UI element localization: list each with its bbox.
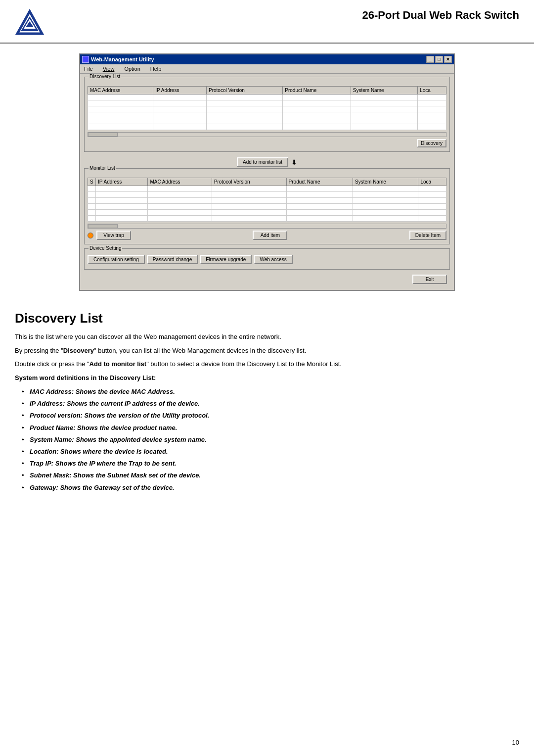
list-item: Protocol version: Shows the version of t…: [30, 411, 519, 420]
page-number: 10: [512, 739, 519, 746]
paragraph-2: By pressing the "Discovery" button, you …: [15, 346, 519, 356]
section-heading: Discovery List: [15, 311, 519, 326]
table-row: [88, 124, 446, 130]
col-loca2: Loca: [418, 178, 446, 186]
col-product: Product Name: [283, 87, 351, 94]
table-row: [88, 118, 446, 124]
paragraph-3: Double click or press the "Add to monito…: [15, 359, 519, 369]
list-item: IP Address: Shows the current IP address…: [30, 399, 519, 408]
monitor-list-label: Monitor List: [89, 165, 116, 171]
discovery-table: MAC Address IP Address Protocol Version …: [88, 86, 446, 130]
bottom-btn-row: View trap Add item Delete Item: [85, 230, 449, 242]
table-row: [88, 100, 446, 106]
window-controls: _ □ ✕: [426, 56, 452, 63]
product-title: 26-Port Dual Web Rack Switch: [362, 9, 519, 22]
header-title-area: 26-Port Dual Web Rack Switch: [54, 9, 519, 24]
close-button[interactable]: ✕: [444, 56, 452, 63]
table-row: [88, 210, 446, 216]
col-protocol: Protocol Version: [207, 87, 283, 94]
list-item: Gateway: Shows the Gateway set of the de…: [30, 483, 519, 492]
down-arrow-icon: ⬇: [291, 158, 297, 166]
table-row: [88, 192, 446, 198]
list-item: Product Name: Shows the device product n…: [30, 424, 519, 432]
discovery-table-container: MAC Address IP Address Protocol Version …: [88, 86, 446, 130]
device-setting-row: Configuration setting Password change Fi…: [85, 253, 449, 266]
table-row: [88, 204, 446, 210]
discovery-button[interactable]: Discovery: [417, 139, 446, 147]
monitor-scrollbar-h[interactable]: [88, 224, 446, 229]
page-header: 26-Port Dual Web Rack Switch: [0, 0, 534, 44]
col-sysname2: System Name: [353, 178, 418, 186]
app-icon: [82, 56, 89, 63]
col-ip2: IP Address: [96, 178, 148, 186]
discovery-list-label: Discovery List: [89, 74, 121, 79]
table-row: [88, 198, 446, 204]
device-setting-section: Device Setting Configuration setting Pas…: [84, 248, 450, 270]
web-access-button[interactable]: Web access: [254, 255, 292, 264]
monitor-table: S IP Address MAC Address Protocol Versio…: [88, 178, 446, 222]
discovery-btn-row: Discovery: [85, 138, 449, 149]
page-container: 26-Port Dual Web Rack Switch Web-Managem…: [0, 0, 534, 756]
device-setting-label: Device Setting: [89, 245, 122, 251]
list-item: MAC Address: Shows the device MAC Addres…: [30, 387, 519, 396]
col-sysname: System Name: [351, 87, 417, 94]
menu-option[interactable]: Option: [122, 65, 142, 72]
discovery-scrollbar-h[interactable]: [88, 132, 446, 137]
scrollbar-thumb2: [88, 224, 118, 228]
list-item: System Name: Shows the appointed device …: [30, 435, 519, 444]
scrollbar-thumb: [88, 133, 118, 137]
status-indicator: [88, 233, 93, 238]
menubar: File View Option Help: [80, 64, 454, 74]
add-to-monitor-row: Add to monitor list ⬇: [84, 156, 450, 168]
firmware-upgrade-button[interactable]: Firmware upgrade: [200, 255, 252, 264]
window-titlebar: Web-Management Utility _ □ ✕: [80, 54, 454, 64]
discovery-list-section: Discovery List MAC Address IP Address Pr…: [84, 77, 450, 152]
view-trap-button[interactable]: View trap: [96, 231, 131, 240]
maximize-button[interactable]: □: [435, 56, 443, 63]
delete-item-button[interactable]: Delete Item: [409, 231, 446, 240]
table-row: [88, 112, 446, 118]
menu-view[interactable]: View: [101, 65, 117, 72]
col-ip: IP Address: [153, 87, 207, 94]
window-title: Web-Management Utility: [91, 56, 154, 62]
col-protocol2: Protocol Version: [212, 178, 286, 186]
col-mac2: MAC Address: [148, 178, 212, 186]
col-mac: MAC Address: [88, 87, 153, 94]
add-item-button[interactable]: Add item: [253, 231, 287, 240]
exit-button[interactable]: Exit: [412, 275, 447, 284]
menu-help[interactable]: Help: [148, 65, 164, 72]
list-item: Trap IP: Shows the IP where the Trap to …: [30, 459, 519, 468]
list-item: Subnet Mask: Shows the Subnet Mask set o…: [30, 471, 519, 480]
exit-row: Exit: [84, 274, 450, 287]
col-product2: Product Name: [286, 178, 353, 186]
col-loca: Loca: [418, 87, 446, 94]
password-change-button[interactable]: Password change: [147, 255, 198, 264]
paragraph-1: This is the list where you can discover …: [15, 332, 519, 342]
logo-icon: [15, 9, 44, 39]
screenshot-area: Web-Management Utility _ □ ✕ File View O…: [0, 44, 534, 301]
menu-file[interactable]: File: [82, 65, 95, 72]
minimize-button[interactable]: _: [426, 56, 434, 63]
table-row: [88, 106, 446, 112]
add-to-monitor-button[interactable]: Add to monitor list: [237, 157, 288, 167]
bullet-list: MAC Address: Shows the device MAC Addres…: [30, 387, 519, 492]
col-s: S: [88, 178, 96, 186]
main-content: Discovery List This is the list where yo…: [0, 301, 534, 512]
list-item: Location: Shows where the device is loca…: [30, 447, 519, 456]
window-frame: Web-Management Utility _ □ ✕ File View O…: [79, 53, 455, 291]
table-row: [88, 216, 446, 222]
monitor-list-section: Monitor List S IP Address MAC Address Pr…: [84, 168, 450, 244]
table-row: [88, 94, 446, 100]
monitor-table-container: S IP Address MAC Address Protocol Versio…: [88, 178, 446, 222]
system-word-intro: System word definitions in the Discovery…: [15, 373, 519, 383]
table-row: [88, 186, 446, 192]
configuration-setting-button[interactable]: Configuration setting: [88, 255, 145, 264]
window-content: Discovery List MAC Address IP Address Pr…: [80, 74, 454, 290]
